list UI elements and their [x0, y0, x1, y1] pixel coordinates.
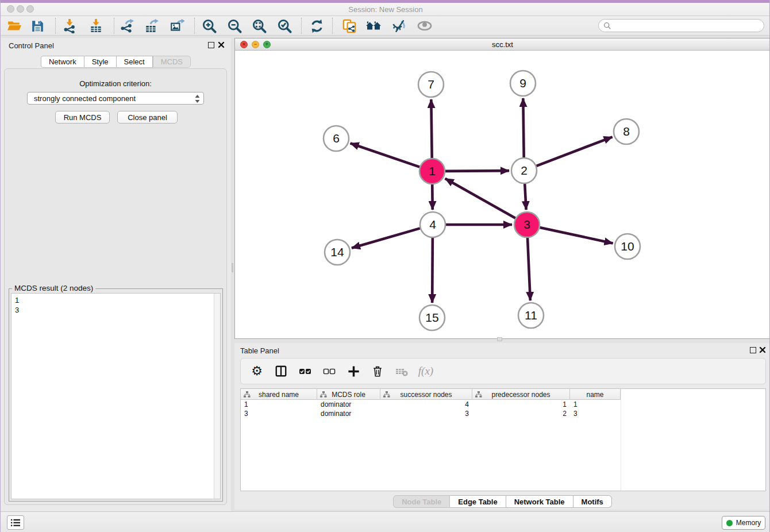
node-table[interactable]: shared nameMCDS rolesuccessor nodesprede… [240, 388, 766, 491]
horizontal-splitter-handle[interactable] [497, 337, 502, 341]
column-type-icon [320, 391, 327, 398]
open-session-icon[interactable] [5, 17, 24, 34]
toolbar-separator [114, 18, 114, 34]
column-header-label: predecessor nodes [491, 391, 550, 399]
edge-3-11[interactable] [528, 238, 530, 300]
export-network-icon[interactable] [118, 17, 136, 34]
toolbar-separator [194, 18, 195, 34]
tab-node-table[interactable]: Node Table [393, 495, 450, 508]
mcds-result-list[interactable]: 13 [11, 293, 221, 499]
zoom-out-icon[interactable] [225, 17, 244, 34]
network-graph[interactable]: 7968124314101511 [235, 51, 770, 338]
save-session-icon[interactable] [28, 17, 47, 34]
graph-node-label-7: 7 [428, 78, 434, 91]
network-window-title: scc.txt [235, 40, 770, 49]
graph-node-label-14: 14 [330, 245, 344, 259]
close-panel-button[interactable]: Close panel [117, 111, 178, 124]
tab-style[interactable]: Style [84, 56, 117, 68]
destroy-table-icon [394, 363, 410, 379]
edge-1-6[interactable] [351, 143, 420, 167]
cell-name[interactable]: 3 [570, 409, 621, 418]
column-header-successor-nodes[interactable]: successor nodes [380, 389, 472, 400]
network-canvas[interactable]: 7968124314101511 [235, 51, 770, 338]
apply-layout-icon[interactable] [307, 17, 326, 34]
tab-network[interactable]: Network [41, 56, 84, 68]
column-header-predecessor-nodes[interactable]: predecessor nodes [472, 389, 570, 400]
column-header-shared-name[interactable]: shared name [241, 389, 317, 400]
toggle-visual-mapping-icon[interactable] [390, 17, 408, 34]
zoom-fit-icon[interactable] [250, 17, 268, 34]
edge-3-1[interactable] [445, 179, 515, 218]
cell-shared-name[interactable]: 1 [241, 400, 317, 409]
edge-4-15[interactable] [432, 238, 433, 303]
control-panel: Control Panel NetworkStyleSelectMCDS Opt… [1, 38, 231, 511]
edge-2-9[interactable] [523, 98, 523, 157]
graph-node-label-15: 15 [425, 311, 438, 324]
cell-shared-name[interactable]: 3 [241, 409, 317, 418]
cell-MCDS-role[interactable]: dominator [317, 400, 380, 409]
edge-1-7[interactable] [431, 99, 432, 158]
search-field[interactable] [598, 19, 764, 32]
control-panel-title: Control Panel [9, 41, 54, 50]
edge-2-3[interactable] [525, 184, 526, 210]
mcds-result-group: MCDS result (2 nodes) 13 [9, 288, 223, 502]
create-column-icon[interactable] [345, 363, 361, 379]
cell-name[interactable]: 1 [570, 400, 621, 409]
zoom-selected-icon[interactable] [275, 17, 294, 34]
show-graphics-details-icon[interactable] [415, 17, 434, 34]
edge-2-8[interactable] [536, 137, 612, 166]
result-scrollbar[interactable] [214, 294, 220, 499]
run-mcds-button[interactable]: Run MCDS [55, 111, 110, 124]
criterion-select[interactable]: strongly connected component [27, 92, 204, 105]
tab-edge-table[interactable]: Edge Table [450, 495, 506, 508]
edge-3-10[interactable] [540, 228, 613, 244]
delete-column-icon[interactable] [369, 363, 386, 379]
toolbar-separator [301, 18, 302, 34]
tab-motifs[interactable]: Motifs [573, 495, 612, 508]
zoom-in-icon[interactable] [200, 17, 218, 34]
unselect-all-rows-icon[interactable] [321, 363, 337, 379]
cell-successor-nodes[interactable]: 3 [380, 409, 472, 418]
table-row[interactable]: 3dominator323 [241, 409, 621, 418]
table-toolbar: ⚙ f(x) [240, 358, 766, 384]
cell-MCDS-role[interactable]: dominator [317, 409, 380, 418]
close-table-panel-icon[interactable] [759, 346, 766, 353]
cell-predecessor-nodes[interactable]: 1 [472, 400, 570, 409]
memory-button[interactable]: Memory [722, 516, 765, 530]
show-column-panel-icon[interactable] [273, 363, 289, 379]
edge-1-2[interactable] [445, 171, 509, 171]
combo-stepper-icon[interactable] [194, 94, 201, 103]
cell-predecessor-nodes[interactable]: 2 [472, 409, 570, 418]
close-panel-icon[interactable] [218, 41, 225, 48]
optimization-criterion-label: Optimization criterion: [5, 79, 226, 88]
criterion-value: strongly connected component [34, 94, 136, 103]
splitter-handle[interactable] [232, 263, 233, 272]
task-history-button[interactable] [7, 515, 24, 530]
tab-mcds[interactable]: MCDS [153, 56, 191, 68]
memory-label: Memory [736, 519, 761, 527]
float-panel-icon[interactable] [208, 42, 214, 48]
import-table-icon[interactable] [87, 17, 105, 34]
clone-network-icon[interactable] [340, 17, 359, 34]
column-header-name[interactable]: name [570, 389, 621, 400]
window-title: Session: New Session [1, 5, 770, 14]
export-table-icon[interactable] [143, 17, 161, 34]
search-input[interactable] [611, 21, 764, 31]
column-header-MCDS-role[interactable]: MCDS role [317, 389, 380, 400]
network-view-window: × − + scc.txt 7968124314101511 [234, 38, 770, 339]
graph-node-label-3: 3 [523, 218, 530, 231]
select-all-rows-icon[interactable] [297, 363, 313, 379]
tab-network-table[interactable]: Network Table [506, 495, 573, 508]
cell-successor-nodes[interactable]: 4 [380, 400, 472, 409]
table-settings-icon[interactable]: ⚙ [249, 363, 265, 379]
float-table-panel-icon[interactable] [750, 347, 756, 353]
tab-select[interactable]: Select [117, 56, 153, 68]
edge-4-14[interactable] [352, 228, 420, 248]
import-network-icon[interactable] [60, 17, 79, 34]
export-image-icon[interactable] [168, 17, 186, 34]
reset-home-icon[interactable] [364, 17, 383, 34]
table-row[interactable]: 1dominator411 [241, 400, 621, 409]
column-type-icon [475, 391, 482, 398]
graph-node-label-9: 9 [519, 76, 526, 90]
toolbar-separator [55, 18, 56, 34]
